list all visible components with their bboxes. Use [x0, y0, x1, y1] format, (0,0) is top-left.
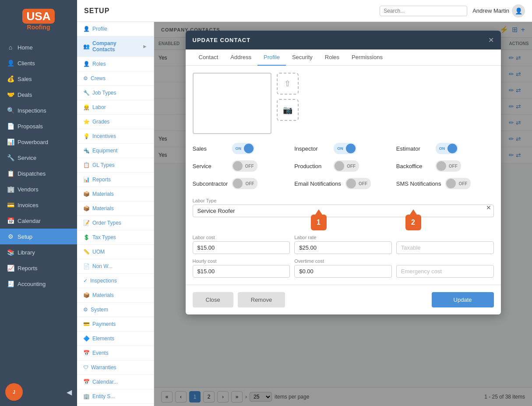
labor-type-clear-button[interactable]: ✕ — [486, 204, 491, 211]
user-name: Andrew Martin — [472, 7, 509, 14]
tooltip-2-button[interactable]: 2 — [405, 215, 421, 230]
sub-sidebar-item-materials2[interactable]: 📦 Materials — [77, 201, 154, 216]
sub-sidebar-label-inspections: Inspections — [90, 278, 117, 284]
sidebar-item-deals[interactable]: 🤝Deals — [0, 87, 77, 102]
page-title: SETUP — [84, 7, 109, 15]
sidebar-item-service[interactable]: 🔧Service — [0, 150, 77, 166]
sidebar-item-clients[interactable]: 👤Clients — [0, 55, 77, 71]
sub-sidebar-item-reports[interactable]: 📊 Reports — [77, 173, 154, 187]
taxable-input[interactable] — [396, 241, 494, 254]
sub-sidebar-item-uom[interactable]: 📏 UOM — [77, 245, 154, 259]
camera-photo-button[interactable]: 📷 — [277, 99, 299, 121]
sub-sidebar-label-materials2: Materials — [92, 205, 114, 212]
inspector-toggle-switch[interactable]: ON — [334, 143, 356, 154]
sub-sidebar-item-materials[interactable]: 📦 Materials — [77, 187, 154, 201]
modal-overlay: UPDATE CONTACT ✕ Contact Address Profile — [154, 22, 532, 406]
sub-sidebar-item-profile[interactable]: 👤 Profile — [77, 22, 154, 36]
tab-profile[interactable]: Profile — [257, 49, 286, 66]
sub-sidebar-item-entity-s[interactable]: 🏢 Entity S... — [77, 389, 154, 404]
sub-sidebar-item-incentives[interactable]: 💡 Incentives — [77, 129, 154, 144]
sub-sidebar-item-nonw[interactable]: 📄 Non W... — [77, 259, 154, 274]
toggle-sales: Sales ON — [193, 143, 290, 154]
sales-toggle-label: Sales — [193, 145, 228, 152]
close-modal-button[interactable]: Close — [193, 292, 233, 307]
sidebar-item-inspections[interactable]: 🔍Inspections — [0, 102, 77, 118]
sms-notif-toggle-switch[interactable]: OFF — [445, 178, 471, 189]
sub-sidebar-item-equipment[interactable]: 🔩 Equipment — [77, 144, 154, 158]
production-off-label: OFF — [344, 163, 358, 169]
sub-sidebar-item-gl-types[interactable]: 📋 GL Types — [77, 158, 154, 173]
sub-sidebar-item-materials3[interactable]: 📦 Materials — [77, 288, 154, 303]
sub-sidebar-item-elements[interactable]: 🔷 Elements — [77, 332, 154, 346]
labor-type-label: Labor Type — [193, 198, 494, 203]
modal-close-button[interactable]: ✕ — [488, 36, 494, 44]
tab-security[interactable]: Security — [286, 49, 319, 66]
sub-sidebar-label-uom: UOM — [92, 249, 105, 255]
sidebar-item-invoices[interactable]: 💳Invoices — [0, 197, 77, 213]
sub-sidebar-item-roles[interactable]: 👤 Roles — [77, 57, 154, 71]
sub-sidebar-item-payments[interactable]: 💳 Payments — [77, 317, 154, 332]
emergency-cost-input[interactable] — [396, 265, 494, 278]
sidebar-item-dispatches[interactable]: 📋Dispatches — [0, 166, 77, 181]
labor-cost-input[interactable] — [193, 241, 290, 254]
sub-ordertypes-icon: 📝 — [83, 220, 90, 226]
tab-permissions[interactable]: Permissions — [345, 49, 389, 66]
sub-crews-icon: ⚙ — [83, 75, 88, 81]
service-toggle-switch[interactable]: OFF — [232, 160, 257, 172]
sub-sidebar-item-crews[interactable]: ⚙ Crews — [77, 71, 154, 86]
tab-contact[interactable]: Contact — [193, 49, 225, 66]
sub-sidebar-label-tax-types: Tax Types — [92, 234, 116, 240]
sub-sidebar-label-grades: Grades — [92, 119, 109, 125]
sub-sidebar-item-dispatch-status[interactable]: 📋 Dispatch Status Types — [77, 404, 154, 406]
sub-sidebar-item-company-contacts[interactable]: 👥 Company Contacts ► — [77, 36, 154, 57]
sidebar-item-accounting[interactable]: 🧾Accounting — [0, 276, 77, 292]
remove-button[interactable]: Remove — [238, 292, 285, 307]
sub-grades-icon: ⭐ — [83, 119, 90, 125]
sub-sidebar-label-payments: Payments — [92, 321, 116, 327]
update-button[interactable]: Update — [432, 292, 494, 307]
photo-area: ⇧ 📷 — [193, 73, 494, 134]
sub-sidebar-item-warranties[interactable]: 🛡 Warranties — [77, 360, 154, 375]
sidebar-item-library[interactable]: 📚Library — [0, 244, 77, 260]
upload-photo-button[interactable]: ⇧ — [277, 73, 299, 95]
sales-toggle-switch[interactable]: ON — [232, 143, 255, 154]
sidebar-item-sales[interactable]: 💰Sales — [0, 71, 77, 87]
sidebar-item-reports[interactable]: 📈Reports — [0, 260, 77, 276]
backoffice-toggle-switch[interactable]: OFF — [436, 160, 461, 172]
sub-sidebar-item-labor[interactable]: 👷 Labor — [77, 100, 154, 115]
sub-sidebar-label-profile: Profile — [92, 26, 107, 32]
sub-sidebar-item-grades[interactable]: ⭐ Grades — [77, 115, 154, 129]
tooltip-1-button[interactable]: 1 — [311, 215, 327, 230]
sidebar-item-powerboard[interactable]: 📊Powerboard — [0, 134, 77, 150]
subcontractor-toggle-ball — [233, 179, 243, 188]
sub-sidebar-item-order-types[interactable]: 📝 Order Types — [77, 216, 154, 230]
collapse-button[interactable]: ◀ — [67, 388, 72, 396]
labor-rate-input[interactable] — [294, 241, 392, 254]
sidebar-item-calendar[interactable]: 📅Calendar — [0, 213, 77, 229]
backoffice-off-label: OFF — [446, 163, 460, 169]
tab-address[interactable]: Address — [224, 49, 257, 66]
sub-entitys-icon: 🏢 — [83, 393, 90, 399]
overtime-cost-input[interactable] — [294, 265, 392, 278]
sub-sidebar-item-system[interactable]: ⚙ System — [77, 303, 154, 317]
sidebar-item-proposals[interactable]: 📄Proposals — [0, 118, 77, 134]
tab-roles[interactable]: Roles — [319, 49, 345, 66]
sidebar-item-home[interactable]: ⌂Home — [0, 39, 77, 55]
subcontractor-toggle-switch[interactable]: OFF — [232, 178, 257, 189]
sub-sidebar-item-inspections[interactable]: ✓ Inspections — [77, 274, 154, 288]
sidebar-label-clients: Clients — [18, 60, 35, 67]
sub-sidebar-item-events[interactable]: 📅 Events — [77, 346, 154, 360]
sub-sidebar-item-calendar-types[interactable]: 📅 Calendar... — [77, 375, 154, 389]
sidebar-item-vendors[interactable]: 🏢Vendors — [0, 181, 77, 197]
sub-sidebar-item-tax-types[interactable]: 💲 Tax Types — [77, 230, 154, 245]
production-toggle-switch[interactable]: OFF — [334, 160, 359, 172]
hourly-cost-input[interactable] — [193, 265, 290, 278]
sub-sidebar-label-events: Events — [92, 350, 109, 356]
estimator-toggle-switch[interactable]: ON — [436, 143, 458, 154]
sidebar-label-powerboard: Powerboard — [18, 139, 48, 145]
modal-footer: Close Remove Update — [186, 285, 501, 314]
search-input[interactable] — [380, 6, 467, 16]
sidebar-item-setup[interactable]: ⚙Setup — [0, 229, 77, 244]
sub-sidebar-item-job-types[interactable]: 🔧 Job Types — [77, 86, 154, 100]
email-notif-toggle-switch[interactable]: OFF — [345, 178, 371, 189]
